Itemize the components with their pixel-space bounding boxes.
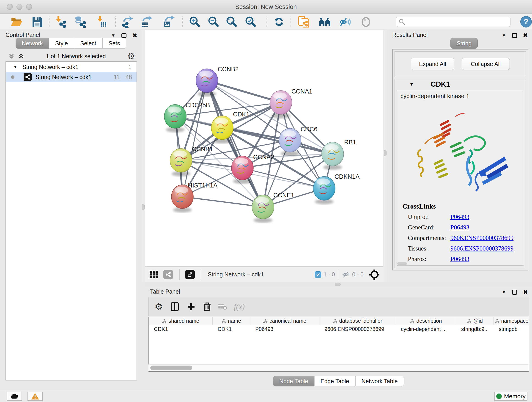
hide-unhide-icon[interactable]	[339, 16, 351, 28]
column-header-database-identifier[interactable]: database identifier	[319, 317, 396, 325]
panel-collapse-icon[interactable]: ▼	[502, 290, 506, 294]
panel-float-icon[interactable]	[512, 290, 517, 295]
panel-close-icon[interactable]: ✖	[133, 32, 137, 38]
panel-float-icon[interactable]	[121, 33, 127, 38]
tab-string[interactable]: String	[450, 38, 478, 49]
column-header-label: shared name	[168, 318, 199, 324]
tab-style[interactable]: Style	[49, 38, 74, 49]
expand-all-networks-icon[interactable]	[8, 53, 15, 59]
export-table-icon[interactable]	[140, 16, 153, 28]
tab-sets[interactable]: Sets	[102, 38, 126, 49]
section-collapse-icon[interactable]: ▼	[409, 82, 414, 87]
splitter-handle[interactable]	[384, 150, 386, 156]
tab-edge-table[interactable]: Edge Table	[314, 376, 355, 386]
column-header-shared-name[interactable]: shared name	[149, 317, 213, 325]
share-document-icon[interactable]	[298, 16, 310, 28]
column-header-canonical-name[interactable]: canonical name	[250, 317, 319, 325]
crosslink-link[interactable]: P06493	[450, 255, 469, 263]
zoom-in-icon[interactable]	[189, 16, 201, 28]
panel-collapse-icon[interactable]: ▼	[502, 33, 506, 38]
splitter-handle[interactable]	[142, 204, 145, 210]
import-network-icon[interactable]	[54, 16, 66, 28]
network-edge[interactable]	[182, 81, 207, 197]
crosslink-row: GeneCard:P06493	[408, 222, 524, 233]
panel-close-icon[interactable]: ✖	[523, 289, 528, 295]
collapse-all-button[interactable]: Collapse All	[462, 58, 510, 70]
column-header-name[interactable]: name	[213, 317, 250, 325]
crosslink-label: Compartments:	[408, 235, 450, 242]
column-type-icon	[222, 319, 226, 323]
network-row[interactable]: String Network – cdk1 11 48	[6, 72, 137, 82]
node-HIST1H1A[interactable]: HIST1H1A	[171, 182, 217, 212]
column-header-@id[interactable]: @id	[456, 317, 494, 325]
column-header-label: namespace	[501, 318, 529, 324]
protein-section-header[interactable]: ▼ CDK1	[395, 79, 526, 89]
horizontal-splitter[interactable]	[145, 282, 532, 287]
results-hscroll-thumb[interactable]	[397, 262, 407, 265]
delete-column-icon[interactable]	[203, 302, 211, 312]
panel-float-icon[interactable]	[512, 33, 517, 38]
splitter-handle[interactable]	[335, 283, 341, 286]
tree-expand-icon[interactable]: ▼	[13, 65, 17, 70]
zoom-out-icon[interactable]	[208, 16, 220, 28]
table-hscroll-thumb[interactable]	[150, 366, 192, 370]
cloud-button[interactable]	[7, 392, 22, 401]
node-CDKN1A[interactable]: CDKN1A	[313, 173, 360, 204]
crosslink-link[interactable]: 9606.ENSP00000378699	[450, 245, 513, 252]
node-CCNE1[interactable]: CCNE1	[252, 192, 294, 223]
export-image-icon[interactable]	[162, 16, 175, 28]
node-CCNB1[interactable]: CCNB1	[170, 146, 213, 176]
table-hscrollbar[interactable]	[148, 364, 528, 371]
fit-selection-target-icon[interactable]	[369, 269, 380, 280]
crosslink-link[interactable]: P06493	[450, 224, 469, 231]
column-header-description[interactable]: description	[396, 317, 456, 325]
refresh-icon[interactable]	[273, 16, 285, 28]
left-splitter[interactable]	[141, 30, 145, 282]
tab-network-table[interactable]: Network Table	[355, 376, 404, 386]
network-edge[interactable]	[182, 197, 263, 207]
help-icon[interactable]: ?	[520, 16, 532, 28]
panel-close-icon[interactable]: ✖	[523, 32, 528, 38]
column-header-namespace[interactable]: namespace	[494, 317, 529, 325]
open-in-window-icon[interactable]	[185, 270, 195, 279]
string-home-icon[interactable]	[318, 16, 331, 28]
import-table-icon[interactable]	[95, 16, 107, 28]
right-splitter[interactable]	[383, 30, 387, 282]
crosslink-row: Pharos:P06493	[408, 254, 524, 264]
table-row[interactable]: CDK1CDK1P064939606.ENSP00000378699cyclin…	[149, 325, 529, 333]
import-network-from-database-icon[interactable]	[74, 16, 86, 28]
export-network-icon[interactable]	[121, 16, 134, 28]
birds-eye-view-icon[interactable]	[150, 270, 158, 279]
panel-collapse-icon[interactable]: ▼	[111, 33, 115, 38]
collapse-all-networks-icon[interactable]	[18, 53, 24, 59]
selected-checkbox[interactable]	[315, 271, 321, 278]
node-CCNA1[interactable]: CCNA1	[270, 88, 312, 118]
tab-node-table[interactable]: Node Table	[273, 376, 314, 386]
network-canvas[interactable]: CCNB2CCNA1CDC25BCDK1CDC6RB1CCNB1CCNA2CDK…	[145, 30, 383, 266]
show-columns-icon[interactable]	[171, 302, 179, 312]
add-column-icon[interactable]	[187, 302, 196, 311]
node-CCNB2[interactable]: CCNB2	[196, 66, 239, 96]
network-collection-row[interactable]: ▼ String Network – cdk1 1	[6, 62, 137, 72]
save-session-icon[interactable]	[32, 16, 43, 28]
crosslink-link[interactable]: 9606.ENSP00000378699	[450, 235, 513, 242]
network-options-gear-icon[interactable]: ⚙	[127, 52, 135, 61]
zoom-fit-icon[interactable]	[226, 16, 238, 28]
search-input[interactable]	[405, 19, 506, 25]
memory-button[interactable]: Memory	[494, 392, 527, 401]
string-style-icon[interactable]	[163, 270, 173, 279]
network-edge[interactable]	[207, 81, 281, 102]
expand-all-button[interactable]: Expand All	[411, 58, 454, 70]
crosslink-link[interactable]: P06493	[450, 213, 469, 220]
node-CDC25B[interactable]: CDC25B	[164, 102, 210, 132]
node-RB1[interactable]: RB1	[322, 139, 356, 170]
table-options-gear-icon[interactable]: ⚙	[155, 302, 163, 311]
search-box[interactable]	[396, 17, 510, 27]
zoom-selected-icon[interactable]	[245, 16, 257, 28]
graphics-details-icon[interactable]	[360, 16, 372, 28]
tab-select[interactable]: Select	[74, 38, 102, 49]
warning-button[interactable]	[27, 392, 43, 401]
table-tabs: Node TableEdge TableNetwork Table	[273, 376, 404, 386]
open-session-icon[interactable]	[10, 16, 23, 28]
tab-network[interactable]: Network	[16, 38, 49, 49]
